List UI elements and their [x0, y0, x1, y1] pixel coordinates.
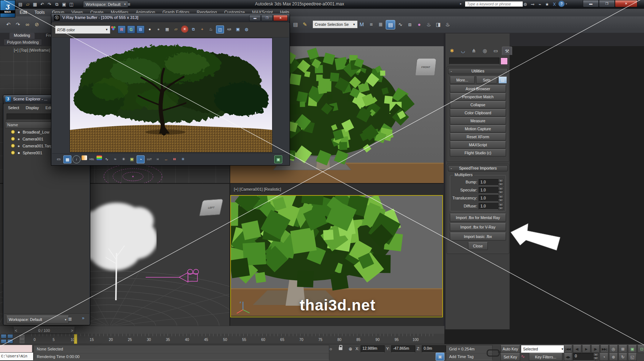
selection-lock-icon[interactable]	[339, 347, 342, 350]
key-icon[interactable]: ⊸	[529, 1, 536, 8]
auto-key-button[interactable]: Auto Key	[500, 345, 520, 353]
go-to-end-icon[interactable]: ▶▶|	[600, 345, 609, 353]
import-button-2[interactable]: Import basic .fbx	[450, 233, 506, 241]
mini-curve-editor-icon[interactable]	[20, 335, 24, 339]
close-utility-button[interactable]: Close	[468, 242, 488, 250]
blue-channel-icon[interactable]: B	[137, 25, 145, 33]
vfb-minimize-button[interactable]: ▬	[249, 15, 261, 21]
multiplier-spinner[interactable]: ▲▼	[498, 179, 503, 186]
multiplier-spinner[interactable]: ▲▼	[498, 203, 503, 210]
spin-down-icon[interactable]: ▼	[498, 191, 503, 194]
undo-icon[interactable]: ↶	[39, 1, 46, 8]
title-bar[interactable]: ▤▱▦↶↷⧉▣◫ Workspace: Default ▾ ≡ Autodesk…	[0, 0, 644, 9]
save-file-icon[interactable]: ▦	[31, 1, 39, 8]
history-icon[interactable]: ◔	[137, 155, 145, 163]
tab-hierarchy[interactable]: ⋔	[469, 47, 479, 55]
icc-icon[interactable]: ✳	[179, 155, 186, 163]
help-icon[interactable]: ?	[558, 1, 565, 7]
pan-icon[interactable]: ⊛	[609, 353, 618, 361]
viewcube-left[interactable]: LEFT	[199, 199, 224, 216]
external-monitor-icon[interactable]: ▣	[274, 155, 282, 163]
workspace-selector[interactable]: Workspace: Default ▾	[83, 1, 128, 8]
current-frame-field[interactable]: 0	[573, 353, 596, 361]
stamp-icon[interactable]: H	[154, 155, 161, 163]
paste-icon[interactable]: ⧉	[53, 1, 60, 8]
spin-up-icon[interactable]: ▲	[498, 179, 503, 182]
toolbar-overflow-icon[interactable]: ≡	[125, 1, 133, 8]
monochrome-icon[interactable]: ●	[155, 25, 162, 33]
set-key-button[interactable]: Set Key	[500, 353, 520, 361]
scene-explorer-workspace-combo[interactable]: Workspace: Default ▾	[6, 316, 69, 324]
exchange-icon[interactable]: X	[551, 1, 558, 8]
utility-perspective-match[interactable]: Perspective Match	[450, 93, 506, 100]
spin-down-icon[interactable]: ▼	[498, 207, 503, 210]
select-and-link-icon[interactable]: ∞	[23, 20, 32, 29]
search-input[interactable]	[465, 1, 523, 7]
coord-z-field[interactable]: 0.0m	[422, 345, 446, 353]
vfb-channel-combo[interactable]: RGB color ▼	[55, 25, 110, 34]
scene-explorer-toggle-icon[interactable]: ▤	[386, 20, 395, 29]
se-menu-display[interactable]: Display	[23, 105, 42, 113]
layer-manager-icon[interactable]: ≣	[376, 20, 385, 29]
visibility-bulb-icon[interactable]	[11, 130, 15, 134]
vfb-maximize-button[interactable]: ❐	[261, 15, 273, 21]
lut-icon[interactable]: LUT	[146, 155, 153, 163]
schematic-view-icon[interactable]: ⧈	[405, 20, 414, 29]
color-bars-icon[interactable]	[97, 155, 102, 160]
menu-edit[interactable]: Edit	[16, 9, 31, 16]
play-icon[interactable]: ▶	[582, 345, 590, 353]
next-frame-arrow[interactable]: >	[71, 328, 73, 333]
zoom-icon[interactable]: ◎	[609, 345, 618, 353]
green-channel-icon[interactable]: G	[127, 25, 135, 33]
go-to-start-icon[interactable]: |◀◀	[564, 345, 572, 353]
utility-collapse[interactable]: Collapse	[450, 101, 506, 108]
zoom-all-icon[interactable]: ⊞	[619, 345, 627, 353]
zoom-extents-all-icon[interactable]: ⊡	[637, 345, 644, 353]
track-bar[interactable]: 0510152025303540455055606570758085909510…	[0, 334, 444, 344]
compare-horizontal-icon[interactable]: ◫	[216, 25, 224, 33]
time-slider-track[interactable]: < 0 / 100 >	[0, 326, 444, 334]
vfb-close-button[interactable]: ✕	[273, 15, 288, 21]
clear-image-icon[interactable]: ✕	[181, 25, 188, 33]
menu-tools[interactable]: Tools	[31, 9, 48, 16]
duplicate-to-host-buffer-icon[interactable]: ⧉	[190, 25, 197, 33]
utility-color-clipboard[interactable]: Color Clipboard	[450, 109, 506, 116]
minimize-button[interactable]: ▬	[583, 0, 599, 7]
time-slider-handle[interactable]: < 0 / 100 >	[13, 327, 75, 334]
vray-frame-buffer-window[interactable]: Ⓥ V-Ray frame buffer - [100% of 555 x 31…	[51, 13, 290, 166]
background-image-icon[interactable]: ▣	[128, 155, 136, 163]
tab-motion[interactable]: ◎	[480, 47, 490, 55]
multiplier-field[interactable]: 1.0	[479, 195, 499, 202]
visibility-bulb-icon[interactable]	[11, 137, 15, 141]
compare-ab-icon[interactable]: A|B	[225, 25, 233, 33]
zoom-extents-selected-icon[interactable]: ▣	[628, 345, 637, 353]
open-file-icon[interactable]: ▱	[24, 1, 31, 8]
binoculars-icon[interactable]: ⊚	[522, 1, 529, 8]
spin-up-icon[interactable]: ▲	[498, 187, 503, 190]
render-production-icon[interactable]: ♨	[443, 20, 452, 29]
channel-select-circles-icon[interactable]	[110, 25, 116, 31]
utility-name-field[interactable]	[449, 57, 499, 64]
track-mouse-icon[interactable]: +	[199, 25, 206, 33]
multiplier-spinner[interactable]: ▲▼	[498, 187, 503, 194]
previous-frame-icon[interactable]: ◀|	[573, 345, 581, 353]
import-button-0[interactable]: Import .fbx for Mental Ray	[450, 214, 506, 222]
gradient-icon[interactable]	[82, 155, 87, 160]
save-image-icon[interactable]: ▦	[164, 25, 171, 33]
utility-asset-browser[interactable]: Asset Browser	[450, 85, 506, 92]
named-selection-sets-icon[interactable]: ✎	[301, 20, 309, 29]
layers-icon[interactable]: ≣	[68, 316, 72, 322]
vray-website-icon[interactable]: ◍	[243, 25, 250, 33]
se-menu-select[interactable]: Select	[5, 105, 23, 113]
compare-bars-icon[interactable]: ▮▮	[171, 155, 178, 163]
orbit-icon[interactable]: ↻	[619, 353, 627, 361]
key-mode-toggle-icon[interactable]: ◀▶	[564, 353, 572, 361]
frame-spinner[interactable]: ▲▼	[593, 353, 598, 360]
help-chevron-icon[interactable]: ▾	[566, 3, 567, 5]
render-setup-icon[interactable]: ♨	[424, 20, 433, 29]
viewcube-front[interactable]: FRONT	[415, 58, 436, 76]
tab-modify[interactable]: ◡	[458, 47, 468, 55]
curves-icon[interactable]: ≈	[111, 155, 119, 163]
utility-motion-capture[interactable]: Motion Capture	[450, 125, 506, 132]
visibility-bulb-icon[interactable]	[11, 144, 15, 148]
